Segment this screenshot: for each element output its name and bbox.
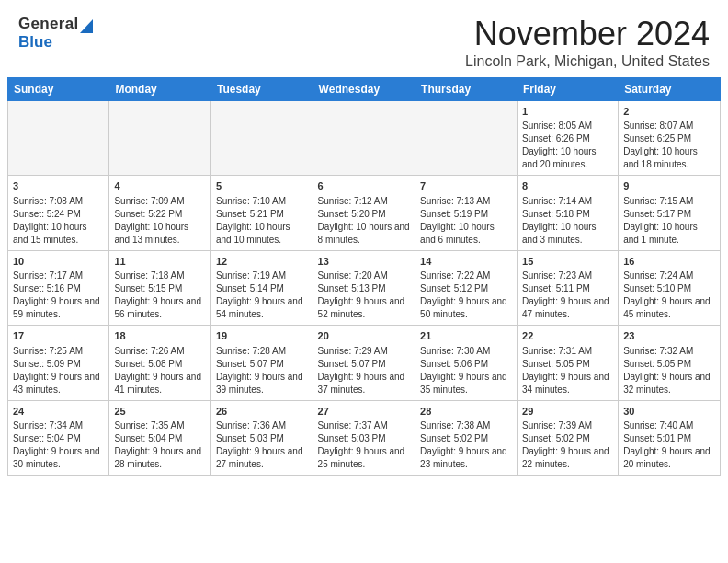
day-info: Sunrise: 7:20 AMSunset: 5:13 PMDaylight:… <box>318 270 410 321</box>
logo-blue: Blue <box>18 33 52 52</box>
day-info: Sunrise: 7:29 AMSunset: 5:07 PMDaylight:… <box>318 345 410 396</box>
day-number: 23 <box>623 329 715 343</box>
day-number: 3 <box>13 179 104 193</box>
calendar-wrapper: SundayMondayTuesdayWednesdayThursdayFrid… <box>0 77 728 483</box>
day-number: 28 <box>420 405 512 419</box>
calendar-cell <box>415 101 518 176</box>
calendar-cell: 23Sunrise: 7:32 AMSunset: 5:05 PMDayligh… <box>619 326 721 400</box>
day-number: 30 <box>623 405 715 419</box>
day-info: Sunrise: 7:17 AMSunset: 5:16 PMDaylight:… <box>13 270 104 321</box>
day-info: Sunrise: 7:08 AMSunset: 5:24 PMDaylight:… <box>13 195 104 247</box>
calendar-cell: 4Sunrise: 7:09 AMSunset: 5:22 PMDaylight… <box>109 176 211 250</box>
calendar-cell: 1Sunrise: 8:05 AMSunset: 6:26 PMDaylight… <box>518 101 619 176</box>
week-row-0: 1Sunrise: 8:05 AMSunset: 6:26 PMDaylight… <box>8 101 721 176</box>
week-row-3: 17Sunrise: 7:25 AMSunset: 5:09 PMDayligh… <box>8 326 721 400</box>
calendar-cell: 15Sunrise: 7:23 AMSunset: 5:11 PMDayligh… <box>518 250 619 325</box>
logo-general: General <box>18 15 78 33</box>
calendar-cell: 25Sunrise: 7:35 AMSunset: 5:04 PMDayligh… <box>109 400 211 475</box>
calendar-cell: 29Sunrise: 7:39 AMSunset: 5:02 PMDayligh… <box>518 400 619 475</box>
calendar-cell: 14Sunrise: 7:22 AMSunset: 5:12 PMDayligh… <box>415 250 518 325</box>
calendar-cell: 10Sunrise: 7:17 AMSunset: 5:16 PMDayligh… <box>8 250 109 325</box>
calendar-header: SundayMondayTuesdayWednesdayThursdayFrid… <box>8 78 721 101</box>
day-info: Sunrise: 7:39 AMSunset: 5:02 PMDaylight:… <box>522 419 613 471</box>
calendar-cell <box>210 101 313 176</box>
day-info: Sunrise: 7:25 AMSunset: 5:09 PMDaylight:… <box>13 345 104 396</box>
day-number: 4 <box>114 179 206 193</box>
day-number: 12 <box>216 255 308 269</box>
calendar-cell: 21Sunrise: 7:30 AMSunset: 5:06 PMDayligh… <box>415 326 518 400</box>
calendar-cell <box>313 101 415 176</box>
day-number: 27 <box>318 405 410 419</box>
day-info: Sunrise: 7:24 AMSunset: 5:10 PMDaylight:… <box>623 270 715 321</box>
day-info: Sunrise: 7:13 AMSunset: 5:19 PMDaylight:… <box>420 195 512 247</box>
day-number: 8 <box>522 179 613 193</box>
calendar-cell: 27Sunrise: 7:37 AMSunset: 5:03 PMDayligh… <box>313 400 415 475</box>
day-info: Sunrise: 7:32 AMSunset: 5:05 PMDaylight:… <box>623 345 715 396</box>
day-info: Sunrise: 7:28 AMSunset: 5:07 PMDaylight:… <box>216 345 308 396</box>
week-row-4: 24Sunrise: 7:34 AMSunset: 5:04 PMDayligh… <box>8 400 721 475</box>
day-info: Sunrise: 7:19 AMSunset: 5:14 PMDaylight:… <box>216 270 308 321</box>
calendar-cell: 13Sunrise: 7:20 AMSunset: 5:13 PMDayligh… <box>313 250 415 325</box>
day-number: 11 <box>114 255 206 269</box>
header-row: SundayMondayTuesdayWednesdayThursdayFrid… <box>8 78 721 101</box>
calendar-cell: 18Sunrise: 7:26 AMSunset: 5:08 PMDayligh… <box>109 326 211 400</box>
day-number: 25 <box>114 405 206 419</box>
day-info: Sunrise: 7:23 AMSunset: 5:11 PMDaylight:… <box>522 270 613 321</box>
day-number: 7 <box>420 179 512 193</box>
calendar-cell: 28Sunrise: 7:38 AMSunset: 5:02 PMDayligh… <box>415 400 518 475</box>
day-info: Sunrise: 7:09 AMSunset: 5:22 PMDaylight:… <box>114 195 206 247</box>
calendar-cell: 30Sunrise: 7:40 AMSunset: 5:01 PMDayligh… <box>619 400 721 475</box>
calendar-cell: 20Sunrise: 7:29 AMSunset: 5:07 PMDayligh… <box>313 326 415 400</box>
svg-marker-0 <box>80 19 93 33</box>
calendar-cell: 16Sunrise: 7:24 AMSunset: 5:10 PMDayligh… <box>619 250 721 325</box>
day-number: 29 <box>522 405 613 419</box>
day-number: 16 <box>623 255 715 269</box>
calendar-cell: 2Sunrise: 8:07 AMSunset: 6:25 PMDaylight… <box>619 101 721 176</box>
week-row-1: 3Sunrise: 7:08 AMSunset: 5:24 PMDaylight… <box>8 176 721 250</box>
logo-triangle-icon <box>80 15 93 33</box>
week-row-2: 10Sunrise: 7:17 AMSunset: 5:16 PMDayligh… <box>8 250 721 325</box>
day-info: Sunrise: 8:07 AMSunset: 6:25 PMDaylight:… <box>623 120 715 171</box>
day-number: 15 <box>522 255 613 269</box>
page-header: General Blue November 2024 Lincoln Park,… <box>0 0 728 77</box>
day-info: Sunrise: 7:18 AMSunset: 5:15 PMDaylight:… <box>114 270 206 321</box>
calendar-cell: 5Sunrise: 7:10 AMSunset: 5:21 PMDaylight… <box>210 176 313 250</box>
calendar-cell: 8Sunrise: 7:14 AMSunset: 5:18 PMDaylight… <box>518 176 619 250</box>
day-number: 17 <box>13 329 104 343</box>
day-info: Sunrise: 7:37 AMSunset: 5:03 PMDaylight:… <box>318 419 410 471</box>
day-info: Sunrise: 7:22 AMSunset: 5:12 PMDaylight:… <box>420 270 512 321</box>
day-number: 19 <box>216 329 308 343</box>
calendar-cell <box>109 101 211 176</box>
day-number: 10 <box>13 255 104 269</box>
day-number: 24 <box>13 405 104 419</box>
month-title: November 2024 <box>465 15 710 53</box>
day-info: Sunrise: 7:26 AMSunset: 5:08 PMDaylight:… <box>114 345 206 396</box>
calendar-cell: 26Sunrise: 7:36 AMSunset: 5:03 PMDayligh… <box>210 400 313 475</box>
day-number: 1 <box>522 105 613 119</box>
col-header-thursday: Thursday <box>415 78 518 101</box>
location: Lincoln Park, Michigan, United States <box>465 53 710 70</box>
calendar-cell: 7Sunrise: 7:13 AMSunset: 5:19 PMDaylight… <box>415 176 518 250</box>
calendar-cell: 9Sunrise: 7:15 AMSunset: 5:17 PMDaylight… <box>619 176 721 250</box>
day-info: Sunrise: 7:15 AMSunset: 5:17 PMDaylight:… <box>623 195 715 247</box>
day-number: 20 <box>318 329 410 343</box>
calendar-cell: 19Sunrise: 7:28 AMSunset: 5:07 PMDayligh… <box>210 326 313 400</box>
day-info: Sunrise: 7:38 AMSunset: 5:02 PMDaylight:… <box>420 419 512 471</box>
col-header-sunday: Sunday <box>8 78 109 101</box>
col-header-tuesday: Tuesday <box>210 78 313 101</box>
day-number: 22 <box>522 329 613 343</box>
calendar-body: 1Sunrise: 8:05 AMSunset: 6:26 PMDaylight… <box>8 101 721 476</box>
calendar-cell: 24Sunrise: 7:34 AMSunset: 5:04 PMDayligh… <box>8 400 109 475</box>
calendar-cell: 6Sunrise: 7:12 AMSunset: 5:20 PMDaylight… <box>313 176 415 250</box>
day-number: 6 <box>318 179 410 193</box>
day-number: 5 <box>216 179 308 193</box>
day-number: 18 <box>114 329 206 343</box>
logo: General Blue <box>18 15 93 52</box>
day-number: 21 <box>420 329 512 343</box>
calendar-cell: 3Sunrise: 7:08 AMSunset: 5:24 PMDaylight… <box>8 176 109 250</box>
day-info: Sunrise: 7:35 AMSunset: 5:04 PMDaylight:… <box>114 419 206 471</box>
day-info: Sunrise: 7:40 AMSunset: 5:01 PMDaylight:… <box>623 419 715 471</box>
day-number: 2 <box>623 105 715 119</box>
col-header-wednesday: Wednesday <box>313 78 415 101</box>
calendar-cell: 12Sunrise: 7:19 AMSunset: 5:14 PMDayligh… <box>210 250 313 325</box>
